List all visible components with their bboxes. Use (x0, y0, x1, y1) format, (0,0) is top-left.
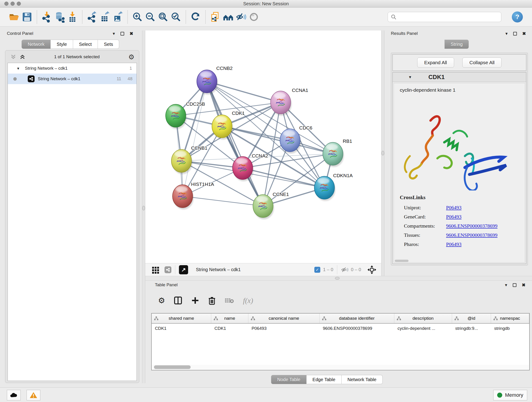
column-label: description (413, 316, 434, 321)
open-session-button[interactable] (8, 10, 21, 24)
collapse-all-chevrons-icon[interactable] (10, 54, 16, 60)
right-splitter[interactable] (381, 31, 385, 276)
table-hscrollbar[interactable] (152, 365, 529, 370)
panel-menu-icon[interactable]: ▾ (113, 32, 115, 36)
cloud-status-button[interactable] (7, 390, 21, 400)
show-all-sphere-button[interactable] (247, 10, 260, 24)
crosslink-link[interactable]: P06493 (446, 205, 462, 211)
column-header-1[interactable]: name (211, 313, 248, 323)
birdseye-grid-icon[interactable] (152, 266, 159, 274)
column-header-5[interactable]: @id (452, 313, 491, 323)
open-in-new-window-icon[interactable]: ↗ (179, 265, 188, 274)
network-node-CCNA1[interactable]: CCNA1 (271, 88, 308, 116)
tab-string[interactable]: String (444, 40, 469, 49)
left-splitter-handle[interactable] (142, 206, 145, 211)
table-cell[interactable]: stringdb (491, 324, 529, 334)
warnings-button[interactable] (27, 390, 40, 400)
tab-sets[interactable]: Sets (98, 40, 119, 49)
crosslink-link[interactable]: P06493 (446, 214, 462, 220)
table-settings-gear-icon[interactable]: ⚙ (158, 296, 165, 305)
crosslink-link[interactable]: P06493 (446, 241, 462, 247)
zoom-in-button[interactable] (131, 10, 144, 24)
network-node-CDK1[interactable]: CDK1 (212, 110, 245, 140)
export-table-button[interactable] (99, 10, 111, 24)
table-cell[interactable]: 9606.ENSP00000378699 (320, 324, 394, 334)
duplicate-document-button[interactable] (209, 10, 222, 24)
tab-style[interactable]: Style (51, 40, 73, 49)
import-network-database-button[interactable] (53, 10, 66, 24)
float-panel-icon[interactable] (120, 32, 124, 36)
search-icon (391, 14, 397, 20)
tab-select[interactable]: Select (73, 40, 98, 49)
network-node-CCNE1[interactable]: CCNE1 (253, 191, 289, 219)
network-collection-row[interactable]: ▼ String Network – cdk1 1 (8, 63, 137, 74)
zoom-out-button[interactable] (144, 10, 157, 24)
crosslink-link[interactable]: 9606.ENSP00000378699 (446, 232, 497, 238)
gene-card-header[interactable]: ▼ CDK1 (393, 72, 526, 82)
horizontal-splitter[interactable] (145, 276, 532, 281)
close-panel-icon[interactable]: ✖ (522, 32, 526, 36)
table-cell[interactable]: P06493 (248, 324, 320, 334)
column-header-3[interactable]: database identifier (320, 313, 394, 323)
collapse-all-button[interactable]: Collapse All (462, 57, 502, 68)
table-cell[interactable]: stringdb:9... (452, 324, 491, 334)
horizontal-splitter-handle[interactable] (335, 277, 340, 280)
global-search-field[interactable] (388, 12, 501, 22)
panel-menu-icon[interactable]: ▾ (505, 32, 508, 36)
column-header-4[interactable]: description (394, 313, 452, 323)
tab-edge-table[interactable]: Edge Table (307, 375, 342, 384)
zoom-fit-button[interactable] (157, 10, 170, 24)
close-panel-icon[interactable]: ✖ (522, 283, 526, 287)
tab-network[interactable]: Network (22, 40, 51, 49)
delete-column-trash-icon[interactable] (208, 296, 216, 305)
home-neighbors-button[interactable] (222, 10, 234, 24)
collapse-gene-icon[interactable]: ▼ (408, 75, 412, 79)
results-hscroll-thumb[interactable] (395, 260, 409, 262)
expand-all-button[interactable]: Expand All (417, 57, 454, 68)
show-columns-icon[interactable] (174, 296, 182, 305)
table-cell[interactable]: CDK1 (211, 324, 248, 334)
table-row[interactable]: CDK1CDK1P064939606.ENSP00000378699cyclin… (152, 324, 529, 334)
right-splitter-handle[interactable] (381, 151, 384, 155)
node-label-CDC25B: CDC25B (186, 101, 205, 107)
network-row-selected[interactable]: String Network – cdk1 11 48 (8, 74, 137, 84)
left-splitter[interactable] (142, 31, 145, 383)
import-table-file-button[interactable] (66, 10, 79, 24)
export-network-button[interactable] (86, 10, 99, 24)
float-panel-icon[interactable] (513, 32, 517, 36)
expand-all-chevrons-icon[interactable] (19, 54, 25, 60)
export-image-button[interactable] (111, 10, 124, 24)
search-input[interactable] (397, 13, 498, 21)
table-cell[interactable]: cyclin-dependent ... (394, 324, 452, 334)
table-cell[interactable]: CDK1 (152, 324, 211, 334)
selected-checkbox-icon[interactable]: ✓ (314, 267, 320, 273)
zoom-selected-button[interactable] (170, 10, 182, 24)
tab-node-table[interactable]: Node Table (271, 375, 307, 384)
network-node-HIST1H1A[interactable]: HIST1H1A (172, 182, 214, 210)
network-node-CCNB2[interactable]: CCNB2 (197, 65, 233, 95)
network-node-CDKN1A[interactable]: CDKN1A (314, 173, 353, 201)
column-header-0[interactable]: shared name (152, 313, 211, 323)
column-header-6[interactable]: namespac (491, 313, 529, 323)
import-network-file-button[interactable] (40, 10, 53, 24)
save-session-button[interactable] (21, 10, 33, 24)
tree-expander-icon[interactable]: ▼ (17, 66, 20, 70)
refresh-view-button[interactable] (189, 10, 202, 24)
network-canvas[interactable]: CCNB2CCNA1CDC25BCDK1CDC6RB1CCNB1CCNA2CDK… (145, 31, 381, 263)
network-share-icon[interactable] (165, 266, 171, 273)
hide-selected-button[interactable] (234, 10, 247, 24)
crosslink-link[interactable]: 9606.ENSP00000378699 (446, 223, 497, 229)
network-edges[interactable] (176, 81, 333, 206)
panel-menu-icon[interactable]: ▾ (505, 283, 507, 287)
memory-button[interactable]: Memory (493, 390, 527, 400)
network-node-RB1[interactable]: RB1 (323, 138, 352, 167)
gear-icon[interactable]: ⚙ (128, 53, 134, 61)
close-panel-icon[interactable]: ✖ (130, 32, 133, 36)
column-header-2[interactable]: canonical name (248, 313, 320, 323)
add-column-icon[interactable] (191, 296, 199, 305)
tab-network-table[interactable]: Network Table (342, 375, 383, 384)
table-hscroll-thumb[interactable] (154, 365, 191, 369)
float-panel-icon[interactable] (513, 283, 516, 287)
help-button[interactable]: ? (512, 12, 523, 22)
pan-crosshair-icon[interactable] (367, 265, 377, 274)
